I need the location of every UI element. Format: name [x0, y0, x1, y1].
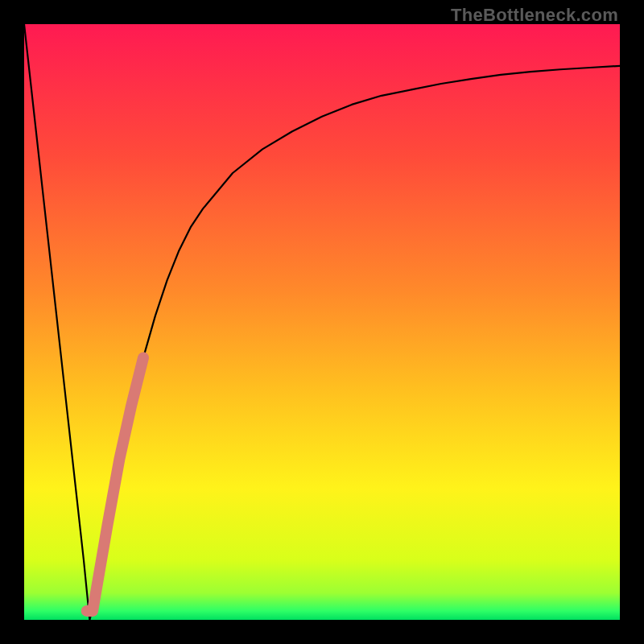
curve-layer [24, 24, 620, 620]
chart-frame: TheBottleneck.com [0, 0, 644, 644]
plot-area [24, 24, 620, 620]
optimal-highlight [87, 357, 143, 611]
watermark-text: TheBottleneck.com [451, 5, 618, 26]
bottleneck-curve [24, 24, 620, 620]
